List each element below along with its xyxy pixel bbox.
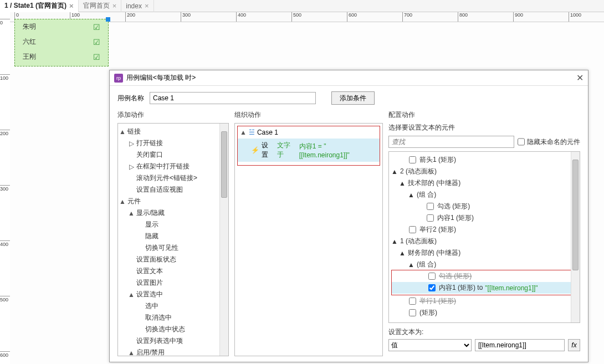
case-node[interactable]: ▲ ☱ Case 1 — [238, 126, 380, 139]
ruler-tick: 400 — [0, 240, 10, 247]
tree-arrow-icon[interactable]: ▲ — [119, 198, 126, 206]
action-tree-item[interactable]: 取消选中 — [119, 312, 227, 324]
widget-tree-item[interactable]: ▲(组 合) — [390, 259, 579, 270]
action-tree-item[interactable]: 设置面板状态 — [119, 254, 227, 265]
list-item[interactable]: 六红☑ — [15, 34, 108, 49]
widget-checkbox[interactable] — [409, 309, 416, 316]
widget-checkbox[interactable] — [427, 203, 434, 210]
ruler-tick: 200 — [125, 12, 135, 22]
widget-tree-item[interactable]: ▲1 (动态面板) — [390, 235, 579, 247]
widget-checkbox[interactable] — [409, 298, 416, 305]
hide-unnamed-checkbox[interactable]: 隐藏未命名的元件 — [518, 136, 580, 148]
close-icon[interactable]: × — [69, 2, 74, 10]
action-tree-item[interactable]: 选中 — [119, 300, 227, 312]
action-tree-item[interactable]: 设置文本 — [119, 265, 227, 277]
action-tree-item[interactable]: ▲启用/禁用 — [119, 347, 227, 356]
scrollbar[interactable] — [219, 124, 228, 356]
collapse-icon[interactable]: ▲ — [240, 129, 247, 136]
search-widgets-input[interactable] — [388, 136, 514, 148]
case-name-input[interactable] — [150, 92, 316, 104]
widget-tree-item[interactable]: ▲财务部的 (中继器) — [390, 247, 579, 259]
set-text-label: 设置文本为: — [388, 327, 580, 337]
widget-value: "[[Item.neirong1]]" — [485, 284, 538, 292]
text-value-input[interactable] — [475, 339, 565, 351]
action-tree-item[interactable]: 设置自适应视图 — [119, 184, 227, 196]
widget-label: 1 (动态面板) — [400, 237, 437, 246]
action-tree-item[interactable]: 切换选中状态 — [119, 324, 227, 335]
widget-tree-item[interactable]: 箭头1 (矩形) — [390, 154, 579, 166]
action-tree-item[interactable]: ▲元件 — [119, 196, 227, 207]
tree-arrow-icon[interactable]: ▲ — [408, 261, 414, 269]
fx-button[interactable]: fx — [568, 339, 580, 351]
tree-item-label: 选中 — [145, 301, 158, 311]
configure-action-header: 配置动作 — [388, 108, 580, 123]
widget-tree-item[interactable]: 举行2 (矩形) — [390, 224, 579, 235]
tree-item-label: 切换选中状态 — [145, 325, 185, 334]
widget-checkbox[interactable] — [409, 226, 416, 233]
tree-arrow-icon[interactable]: ▲ — [119, 128, 126, 136]
widget-tree-item[interactable]: ▲2 (动态面板) — [390, 166, 579, 177]
close-icon[interactable]: × — [145, 2, 149, 10]
action-tree-item[interactable]: 关闭窗口 — [119, 149, 227, 161]
add-condition-button[interactable]: 添加条件 — [331, 91, 375, 105]
widget-checkbox[interactable] — [427, 214, 434, 222]
action-tree-item[interactable]: 隐藏 — [119, 230, 227, 242]
tree-arrow-icon[interactable]: ▲ — [399, 249, 406, 257]
close-icon[interactable]: × — [112, 2, 117, 10]
tree-arrow-icon[interactable]: ▲ — [399, 180, 406, 187]
action-tree-item[interactable]: ▷在框架中打开链接 — [119, 161, 227, 172]
widget-tree-item[interactable]: 勾选 (矩形) — [392, 270, 577, 282]
resize-handle[interactable] — [106, 17, 110, 22]
check-icon[interactable]: ☑ — [93, 38, 100, 47]
action-tree-item[interactable]: 设置图片 — [119, 277, 227, 289]
repeater-widget[interactable]: 朱明☑六红☑王刚☑ — [14, 19, 109, 66]
widget-tree-item[interactable]: 勾选 (矩形) — [390, 201, 579, 212]
widget-label: 举行2 (矩形) — [419, 225, 456, 234]
dialog-titlebar[interactable]: rp 用例编辑<每项加载 时> ✕ — [110, 70, 588, 86]
action-tree-item[interactable]: 显示 — [119, 219, 227, 230]
widget-checkbox[interactable] — [428, 273, 436, 280]
tree-arrow-icon[interactable]: ▲ — [128, 349, 135, 357]
ruler-tick: 600 — [347, 12, 357, 22]
scrollbar-thumb[interactable] — [221, 131, 227, 198]
tab-index[interactable]: index× — [121, 0, 153, 12]
check-icon[interactable]: ☑ — [93, 53, 100, 61]
list-item[interactable]: 王刚☑ — [15, 49, 108, 64]
tab-state1[interactable]: 1 / State1 (官网首页)× — [0, 0, 79, 12]
tree-item-label: 链接 — [127, 127, 141, 136]
action-tree-item[interactable]: 滚动到元件<锚链接> — [119, 172, 227, 184]
case-label: Case 1 — [257, 129, 278, 136]
action-set-text[interactable]: ⚡ 设置 文字于 内容1 = "[[Item.neirong1]]" — [238, 139, 380, 162]
widget-tree-item[interactable]: ▲技术部的 (中继器) — [390, 177, 579, 189]
selection-highlight: 勾选 (矩形)内容1 (矩形) to "[[Item.neirong1]]" — [391, 270, 577, 295]
close-icon[interactable]: ✕ — [576, 73, 583, 83]
action-tree-item[interactable]: ▲设置选中 — [119, 289, 227, 300]
tree-arrow-icon[interactable]: ▲ — [128, 291, 135, 299]
tree-arrow-icon[interactable]: ▷ — [128, 140, 135, 147]
tree-arrow-icon[interactable]: ▲ — [408, 191, 414, 199]
hide-unnamed-cb[interactable] — [518, 136, 525, 148]
tree-arrow-icon[interactable]: ▲ — [391, 238, 398, 245]
list-item[interactable]: 朱明☑ — [15, 19, 108, 34]
tree-arrow-icon[interactable]: ▲ — [128, 209, 135, 217]
widget-tree-item[interactable]: ▲(组 合) — [390, 189, 579, 201]
check-icon[interactable]: ☑ — [93, 23, 100, 32]
text-mode-select[interactable]: 值 — [388, 339, 472, 351]
action-tree-item[interactable]: ▲链接 — [119, 126, 227, 137]
tree-arrow-icon[interactable]: ▷ — [128, 163, 135, 171]
ruler-tick: 200 — [0, 130, 10, 136]
action-tree-item[interactable]: ▷打开链接 — [119, 137, 227, 149]
widget-checkbox[interactable] — [428, 284, 436, 291]
widget-checkbox[interactable] — [409, 156, 416, 163]
widget-tree-item[interactable]: (矩形) — [390, 307, 579, 319]
widget-tree-item[interactable]: 举行1 (矩形) — [390, 295, 579, 307]
action-tree-item[interactable]: ▲显示/隐藏 — [119, 207, 227, 219]
tree-arrow-icon[interactable]: ▲ — [391, 168, 398, 176]
scrollbar[interactable] — [571, 152, 580, 322]
scrollbar-thumb[interactable] — [572, 160, 579, 270]
action-tree-item[interactable]: 设置列表选中项 — [119, 335, 227, 347]
tab-home[interactable]: 官网首页× — [79, 0, 122, 12]
action-tree-item[interactable]: 切换可见性 — [119, 242, 227, 254]
widget-tree-item[interactable]: 内容1 (矩形) to "[[Item.neirong1]]" — [392, 282, 577, 294]
widget-tree-item[interactable]: 内容1 (矩形) — [390, 212, 579, 224]
